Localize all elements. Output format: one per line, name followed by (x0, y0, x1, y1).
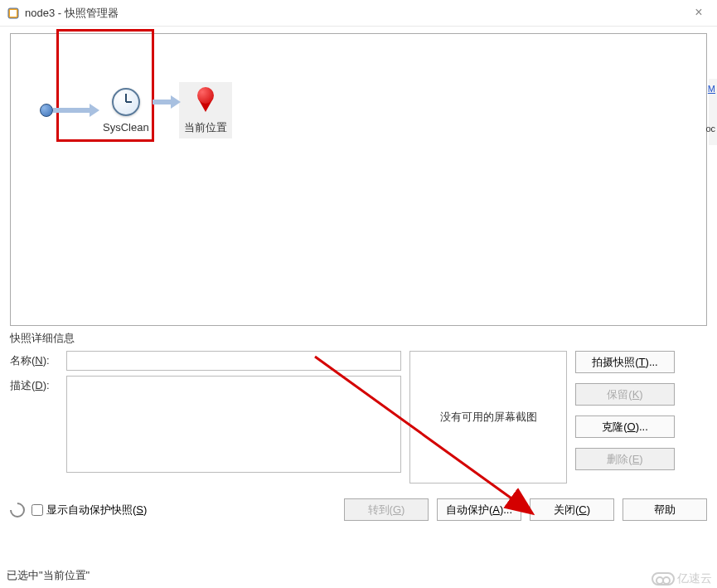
snapshot-node-sysclean[interactable]: SysClean (99, 88, 153, 134)
titlebar: node3 - 快照管理器 × (0, 0, 717, 27)
pin-icon (196, 87, 216, 115)
clone-button[interactable]: 克隆(O)... (575, 415, 675, 438)
snapshot-label: SysClean (103, 121, 149, 134)
name-label: 名称(N): (10, 351, 61, 368)
close-icon[interactable]: × (690, 5, 707, 22)
svg-rect-1 (10, 10, 17, 17)
snapshot-label: 当前位置 (184, 120, 227, 135)
section-title: 快照详细信息 (10, 331, 707, 346)
name-input[interactable] (66, 351, 401, 371)
background-text: oc (705, 124, 715, 134)
snapshot-node-current[interactable]: 当前位置 (179, 82, 232, 138)
snapshot-timeline: SysClean 当前位置 (40, 82, 232, 138)
arrow-icon (153, 100, 172, 104)
description-input[interactable] (66, 376, 401, 473)
arrow-icon (53, 108, 91, 113)
checkbox-input[interactable] (31, 504, 43, 516)
close-button[interactable]: 关闭(C) (530, 498, 614, 521)
delete-button: 删除(E) (575, 448, 675, 470)
watermark-icon (652, 572, 675, 586)
background-text: M (708, 84, 715, 94)
status-bar: 已选中"当前位置" 亿速云 (0, 563, 717, 588)
vmware-icon (7, 7, 20, 20)
watermark: 亿速云 (652, 571, 712, 586)
root-node-icon[interactable] (40, 104, 53, 117)
snapshot-tree-canvas[interactable]: SysClean 当前位置 (10, 33, 707, 326)
clock-icon (112, 88, 140, 116)
description-label: 描述(D): (10, 376, 61, 393)
checkbox-label: 显示自动保护快照(S) (46, 503, 147, 518)
show-autoprotect-checkbox[interactable]: 显示自动保护快照(S) (31, 503, 147, 518)
autoprotect-button[interactable]: 自动保护(A)... (437, 498, 521, 521)
preview-empty-text: 没有可用的屏幕截图 (440, 410, 537, 425)
refresh-icon[interactable] (7, 499, 27, 520)
window-title: node3 - 快照管理器 (25, 6, 119, 21)
keep-button: 保留(K) (575, 383, 675, 406)
watermark-text: 亿速云 (677, 571, 712, 586)
status-text: 已选中"当前位置" (7, 568, 90, 583)
screenshot-preview: 没有可用的屏幕截图 (409, 351, 567, 484)
help-button[interactable]: 帮助 (623, 498, 707, 521)
main-area: SysClean 当前位置 (10, 33, 707, 326)
take-snapshot-button[interactable]: 拍摄快照(T)... (575, 351, 675, 373)
goto-button: 转到(G) (344, 498, 429, 521)
snapshot-detail-section: 快照详细信息 名称(N): 描述(D): 没有可用的屏幕截图 拍摄快照(T)..… (10, 331, 707, 484)
bottom-toolbar: 显示自动保护快照(S) 转到(G) 自动保护(A)... 关闭(C) 帮助 (10, 498, 707, 521)
